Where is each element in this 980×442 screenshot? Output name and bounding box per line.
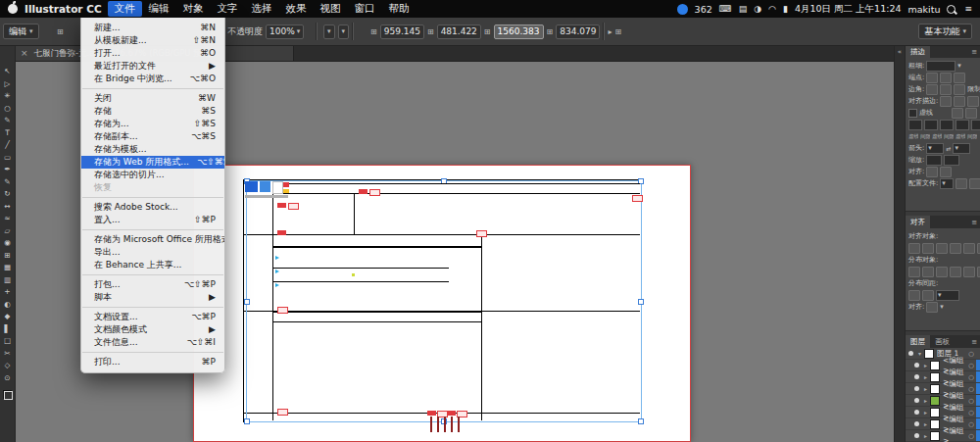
- menu-item-place[interactable]: 置入...⇧⌘P: [81, 214, 224, 226]
- tab-stroke[interactable]: 描边: [906, 45, 930, 58]
- brush-dropdown[interactable]: ▾: [338, 25, 350, 39]
- layer-thumbnail[interactable]: [930, 372, 940, 382]
- dock-collapse-strip[interactable]: «: [895, 45, 906, 442]
- visibility-eye-icon[interactable]: [911, 374, 921, 379]
- menu-type[interactable]: 文字: [211, 1, 245, 17]
- align-right-button[interactable]: [936, 243, 948, 254]
- layer-row[interactable]: ▸ <编组> ○: [906, 430, 980, 442]
- symbol-sprayer-tool[interactable]: ◆: [2, 312, 14, 320]
- gap-field[interactable]: [924, 120, 938, 130]
- hand-tool[interactable]: ◇: [2, 361, 14, 369]
- horizontal-spacing-button[interactable]: [922, 290, 934, 301]
- vertical-spacing-button[interactable]: [908, 290, 920, 301]
- align-stroke-outside-button[interactable]: [967, 96, 979, 107]
- y-position-field[interactable]: 481.422: [437, 25, 481, 39]
- display-icon[interactable]: ▤: [739, 4, 748, 14]
- menu-item-save-as-template[interactable]: 存储为模板...: [81, 143, 224, 156]
- free-transform-tool[interactable]: ▱: [2, 226, 14, 235]
- menu-select[interactable]: 选择: [245, 1, 279, 17]
- control-anchor-icon[interactable]: ⊞: [57, 27, 64, 36]
- layer-thumbnail[interactable]: [930, 419, 940, 429]
- menu-item-export[interactable]: 导出...: [81, 246, 224, 259]
- collapse-dock-icon[interactable]: «: [898, 48, 902, 56]
- dash-field[interactable]: [971, 120, 980, 130]
- distribute-bottom-button[interactable]: [936, 267, 948, 277]
- panel-menu-icon[interactable]: ≡: [971, 48, 980, 56]
- tab-layers[interactable]: 图层: [906, 335, 930, 348]
- rectangle-tool[interactable]: ▭: [2, 153, 14, 162]
- rotate-tool[interactable]: ↻: [2, 189, 14, 198]
- menu-item-print[interactable]: 打印...⌘P: [81, 356, 224, 368]
- selection-handle[interactable]: [638, 418, 644, 424]
- stroke-swatch[interactable]: [4, 391, 13, 400]
- lasso-tool[interactable]: ○: [2, 104, 14, 113]
- cap-butt-button[interactable]: [926, 73, 938, 83]
- pencil-tool[interactable]: ✎: [2, 177, 14, 186]
- tab-artboards[interactable]: 画板: [930, 335, 955, 348]
- menu-item-save[interactable]: 存储⌘S: [81, 105, 224, 118]
- visibility-eye-icon[interactable]: [911, 433, 921, 438]
- visibility-eye-icon[interactable]: [911, 363, 921, 368]
- layer-target-icon[interactable]: ○: [968, 420, 974, 428]
- width-field[interactable]: 1560.383: [494, 25, 544, 39]
- menu-item-document-color-mode[interactable]: 文档颜色模式▶: [81, 323, 224, 336]
- layer-target-icon[interactable]: ○: [968, 373, 974, 381]
- expand-chevron-icon[interactable]: ▸: [922, 385, 929, 392]
- menu-item-new[interactable]: 新建...⌘N: [81, 22, 224, 34]
- align-left-button[interactable]: [908, 243, 920, 254]
- close-tab-icon[interactable]: ×: [21, 45, 28, 61]
- magic-wand-tool[interactable]: ✳: [2, 91, 14, 100]
- menubar-user[interactable]: makitu: [907, 4, 940, 15]
- zoom-tool[interactable]: ⊙: [2, 373, 14, 382]
- edit-dropdown[interactable]: 编辑▾: [3, 24, 39, 39]
- wifi-icon[interactable]: ◠: [768, 4, 776, 14]
- expand-chevron-icon[interactable]: ▸: [922, 409, 929, 416]
- menu-view[interactable]: 视图: [314, 1, 348, 17]
- height-icon[interactable]: ⊞: [547, 27, 554, 36]
- transform-more-icon[interactable]: ▸: [608, 27, 612, 36]
- layer-thumbnail[interactable]: [930, 384, 940, 394]
- notification-center-icon[interactable]: ≡: [964, 4, 972, 14]
- gradient-tool[interactable]: ▥: [2, 275, 14, 284]
- selection-tool[interactable]: ↖: [2, 67, 14, 75]
- layer-target-icon[interactable]: ○: [968, 432, 974, 440]
- menu-item-file-info[interactable]: 文件信息...⌥⇧⌘I: [81, 336, 224, 349]
- align-top-button[interactable]: [950, 243, 961, 254]
- menu-item-save-selected-slices[interactable]: 存储选中的切片...: [81, 169, 224, 181]
- menu-item-package[interactable]: 打包...⌥⇧⌘P: [81, 278, 224, 291]
- menu-item-open[interactable]: 打开...⌘O: [81, 47, 224, 60]
- apple-menu-icon[interactable]: [8, 4, 18, 14]
- selection-handle[interactable]: [244, 418, 250, 424]
- panel-menu-icon[interactable]: ≡: [971, 219, 980, 226]
- menu-help[interactable]: 帮助: [382, 1, 416, 17]
- menu-edit[interactable]: 编辑: [142, 1, 176, 17]
- x-position-field[interactable]: 959.145: [380, 25, 424, 39]
- expand-chevron-icon[interactable]: ▸: [922, 420, 929, 427]
- updates-icon[interactable]: [677, 4, 688, 15]
- direct-selection-tool[interactable]: ▷: [2, 79, 14, 88]
- distribute-left-button[interactable]: [950, 267, 961, 277]
- expand-chevron-icon[interactable]: ▸: [922, 397, 929, 404]
- layer-thumbnail[interactable]: [930, 396, 940, 406]
- dash-field[interactable]: [908, 120, 922, 130]
- y-icon[interactable]: ⊞: [427, 27, 434, 36]
- menu-item-search-adobe-stock[interactable]: 搜索 Adobe Stock...: [81, 201, 224, 214]
- scale-start-field[interactable]: [926, 155, 942, 166]
- expand-chevron-icon[interactable]: ▸: [922, 362, 929, 368]
- corner-round-button[interactable]: [940, 84, 952, 95]
- arrow-end-dropdown[interactable]: ▾: [953, 143, 970, 154]
- menu-item-save-for-web[interactable]: 存储为 Web 所用格式...⌥⇧⌘S: [81, 156, 224, 169]
- expand-chevron-icon[interactable]: ▾: [916, 350, 923, 357]
- reference-point-icon[interactable]: ⊞: [370, 27, 377, 36]
- line-segment-tool[interactable]: ╱: [2, 140, 14, 149]
- menu-item-save-a-copy[interactable]: 存储副本...⌥⌘S: [81, 130, 224, 143]
- selection-handle[interactable]: [244, 299, 250, 305]
- menu-item-document-setup[interactable]: 文档设置...⌥⌘P: [81, 311, 224, 323]
- align-stroke-inside-button[interactable]: [954, 96, 965, 107]
- layer-thumbnail[interactable]: [930, 361, 940, 370]
- spotlight-icon[interactable]: [947, 5, 956, 14]
- pen-tool[interactable]: ✎: [2, 116, 14, 124]
- dash-align-button[interactable]: [965, 108, 977, 119]
- spacing-value-field[interactable]: ▾: [936, 290, 959, 301]
- menu-item-browse-in-bridge[interactable]: 在 Bridge 中浏览...⌥⌘O: [81, 73, 224, 85]
